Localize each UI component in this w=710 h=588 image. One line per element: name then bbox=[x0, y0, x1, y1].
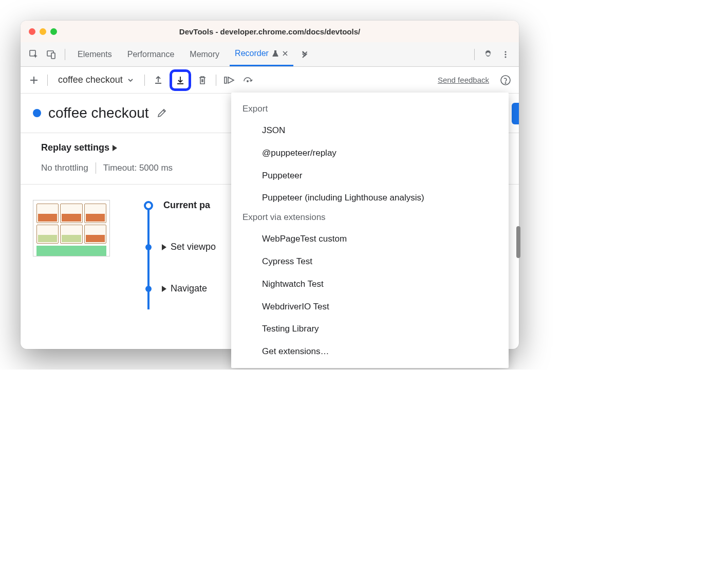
caret-right-icon bbox=[162, 286, 166, 292]
export-option-nightwatch[interactable]: Nightwatch Test bbox=[231, 273, 509, 296]
maximize-window-button[interactable] bbox=[50, 28, 57, 35]
export-option-puppeteer-lighthouse[interactable]: Puppeteer (including Lighthouse analysis… bbox=[231, 187, 509, 209]
panel-tabbar: Elements Performance Memory Recorder bbox=[21, 42, 519, 67]
window-title: DevTools - developer.chrome.com/docs/dev… bbox=[21, 27, 519, 36]
divider bbox=[144, 75, 145, 86]
page-thumbnail bbox=[33, 200, 110, 256]
devtools-window: DevTools - developer.chrome.com/docs/dev… bbox=[21, 21, 519, 349]
export-option-webpagetest[interactable]: WebPageTest custom bbox=[231, 228, 509, 250]
status-dot-icon bbox=[33, 109, 41, 117]
export-button-highlight bbox=[170, 69, 191, 91]
titlebar: DevTools - developer.chrome.com/docs/dev… bbox=[21, 21, 519, 42]
divider bbox=[96, 162, 96, 174]
divider bbox=[47, 75, 48, 86]
svg-point-4 bbox=[505, 51, 506, 52]
inspect-element-icon[interactable] bbox=[28, 48, 40, 61]
recorder-toolbar: coffee checkout Send feedback bbox=[21, 67, 519, 94]
timeline-dot-icon bbox=[145, 286, 152, 292]
settings-gear-icon[interactable] bbox=[482, 48, 494, 61]
svg-point-6 bbox=[505, 56, 506, 58]
flask-icon bbox=[272, 50, 279, 57]
step-label: Set viewpo bbox=[171, 242, 216, 252]
chevron-down-icon bbox=[127, 77, 134, 84]
tab-performance[interactable]: Performance bbox=[122, 42, 180, 66]
kebab-menu-icon[interactable] bbox=[499, 48, 512, 61]
export-option-testing-library[interactable]: Testing Library bbox=[231, 318, 509, 340]
device-toggle-icon[interactable] bbox=[45, 48, 58, 61]
svg-point-8 bbox=[247, 80, 248, 81]
close-tab-icon[interactable] bbox=[282, 50, 288, 57]
replay-settings-label: Replay settings bbox=[41, 142, 109, 153]
divider bbox=[216, 75, 216, 86]
caret-right-icon bbox=[162, 244, 166, 250]
timeline-dot-icon bbox=[144, 201, 153, 210]
svg-point-5 bbox=[505, 53, 506, 55]
divider bbox=[474, 49, 475, 60]
export-option-puppeteer[interactable]: Puppeteer bbox=[231, 164, 509, 187]
export-option-puppeteer-replay[interactable]: @puppeteer/replay bbox=[231, 142, 509, 164]
export-dropdown: Export JSON @puppeteer/replay Puppeteer … bbox=[231, 93, 509, 368]
dropdown-section-header: Export via extensions bbox=[231, 209, 509, 228]
minimize-window-button[interactable] bbox=[40, 28, 46, 35]
export-option-json[interactable]: JSON bbox=[231, 119, 509, 142]
divider bbox=[65, 49, 65, 60]
replay-settings-button[interactable] bbox=[241, 73, 255, 87]
recording-title: coffee checkout bbox=[48, 105, 149, 121]
dropdown-section-header: Export bbox=[231, 101, 509, 119]
throttling-value: No throttling bbox=[41, 163, 88, 173]
export-button[interactable] bbox=[173, 73, 188, 87]
side-tab-indicator[interactable] bbox=[512, 103, 519, 124]
help-button[interactable] bbox=[498, 73, 513, 87]
recording-selector-label: coffee checkout bbox=[58, 75, 123, 85]
step-label: Current pa bbox=[163, 200, 210, 211]
export-option-get-extensions[interactable]: Get extensions… bbox=[231, 340, 509, 363]
recording-selector[interactable]: coffee checkout bbox=[54, 75, 138, 85]
tab-recorder-label: Recorder bbox=[235, 49, 269, 58]
tab-recorder[interactable]: Recorder bbox=[230, 42, 293, 66]
more-tabs-icon[interactable] bbox=[298, 48, 311, 61]
tab-elements[interactable]: Elements bbox=[72, 42, 117, 66]
caret-right-icon bbox=[113, 145, 117, 151]
send-feedback-link[interactable]: Send feedback bbox=[438, 76, 489, 84]
export-option-cypress[interactable]: Cypress Test bbox=[231, 250, 509, 273]
export-option-webdriverio[interactable]: WebdriverIO Test bbox=[231, 296, 509, 318]
scrollbar-thumb[interactable] bbox=[516, 226, 520, 258]
new-recording-button[interactable] bbox=[27, 73, 41, 87]
import-button[interactable] bbox=[151, 73, 165, 87]
step-label: Navigate bbox=[171, 283, 207, 294]
timeline-dot-icon bbox=[145, 244, 152, 250]
svg-point-3 bbox=[487, 53, 489, 55]
delete-button[interactable] bbox=[195, 73, 210, 87]
svg-point-10 bbox=[505, 82, 506, 83]
close-window-button[interactable] bbox=[29, 28, 35, 35]
tab-memory[interactable]: Memory bbox=[184, 42, 225, 66]
traffic-lights bbox=[29, 28, 57, 35]
svg-rect-7 bbox=[225, 77, 227, 83]
edit-title-button[interactable] bbox=[156, 107, 167, 119]
replay-button[interactable] bbox=[222, 73, 237, 87]
svg-rect-2 bbox=[51, 53, 55, 59]
timeout-value: Timeout: 5000 ms bbox=[103, 163, 173, 173]
